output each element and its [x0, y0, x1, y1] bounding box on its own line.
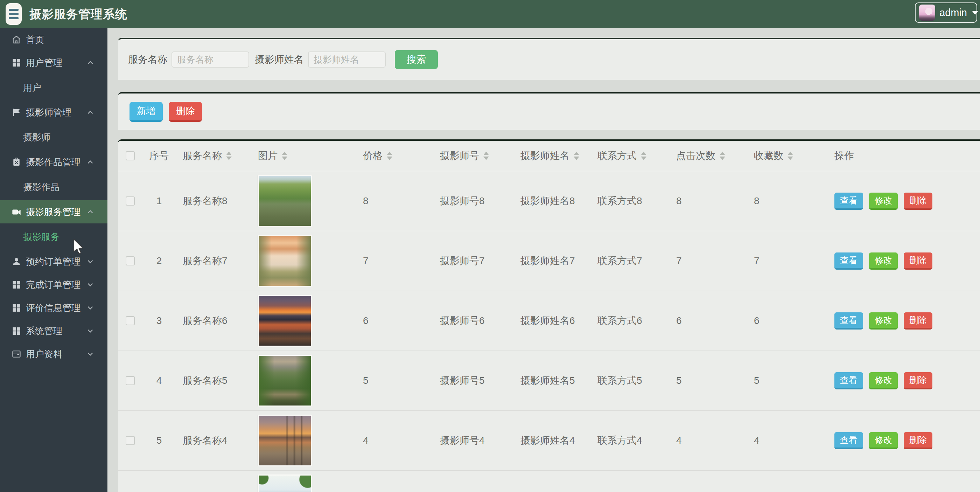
- edit-button[interactable]: 修改: [869, 193, 898, 210]
- sidebar-item-label: 用户资料: [26, 348, 62, 360]
- sidebar-item-service-mgmt[interactable]: 摄影服务管理: [0, 200, 107, 223]
- sort-icon[interactable]: [574, 151, 579, 160]
- sidebar-item-photographer-mgmt[interactable]: 摄影师管理: [0, 101, 107, 124]
- cell-photo: [251, 235, 356, 287]
- cell-clicks: 5: [669, 375, 747, 386]
- cell-pname: 摄影师姓名5: [514, 374, 590, 387]
- delete-button[interactable]: 删除: [904, 193, 932, 210]
- cell-pid: 摄影师号7: [433, 254, 514, 267]
- cell-pid: 摄影师号5: [433, 374, 514, 387]
- sort-asc-icon: [788, 151, 793, 155]
- cell-clicks: 4: [669, 435, 747, 446]
- edit-button[interactable]: 修改: [869, 312, 898, 330]
- chevron-down-icon: [86, 280, 95, 289]
- sort-icon[interactable]: [282, 151, 287, 160]
- view-button[interactable]: 查看: [834, 372, 863, 389]
- avatar: [919, 5, 935, 21]
- toolbar-panel: 新增 删除: [118, 92, 980, 130]
- column-header-label: 服务名称: [183, 149, 222, 162]
- delete-button[interactable]: 删除: [904, 253, 932, 270]
- cell-name: 服务名称7: [176, 254, 251, 267]
- edit-button[interactable]: 修改: [869, 372, 898, 389]
- table-row: 1服务名称88摄影师号8摄影师姓名8联系方式888查看修改删除: [118, 171, 980, 231]
- cell-pid: 摄影师号4: [433, 434, 514, 447]
- sidebar-item-user-profile[interactable]: 用户资料: [0, 342, 107, 366]
- sidebar-item-user-mgmt[interactable]: 用户管理: [0, 51, 107, 74]
- cell-actions: 查看修改删除: [827, 312, 980, 330]
- view-button[interactable]: 查看: [834, 432, 863, 449]
- sidebar-item-system-mgmt[interactable]: 系统管理: [0, 319, 107, 342]
- admin-dropdown[interactable]: admin: [915, 2, 977, 23]
- search-button[interactable]: 搜索: [395, 50, 438, 69]
- table-panel: 序号服务名称图片价格摄影师号摄影师姓名联系方式点击次数收藏数操作 1服务名称88…: [118, 139, 980, 492]
- admin-username: admin: [939, 7, 967, 19]
- cell-actions: 查看修改删除: [827, 253, 980, 270]
- sort-icon[interactable]: [788, 151, 793, 160]
- sidebar-subitem-services[interactable]: 摄影服务: [0, 223, 107, 250]
- delete-button[interactable]: 删除: [904, 372, 932, 389]
- sort-desc-icon: [720, 156, 725, 160]
- view-button[interactable]: 查看: [834, 193, 863, 210]
- search-panel: 服务名称 摄影师姓名 搜索: [118, 38, 980, 80]
- sidebar-subitem-users[interactable]: 用户: [0, 74, 107, 101]
- sunset-adobe-house-photo: [258, 235, 312, 287]
- sidebar-subitem-works[interactable]: 摄影作品: [0, 174, 107, 200]
- app-title: 摄影服务管理系统: [29, 0, 127, 28]
- delete-button[interactable]: 删除: [904, 312, 932, 330]
- sort-desc-icon: [282, 156, 287, 160]
- bulk-delete-button[interactable]: 删除: [169, 102, 202, 122]
- cell-photo: [251, 295, 356, 347]
- cell-photo: [251, 415, 356, 467]
- sort-icon[interactable]: [387, 151, 392, 160]
- cell-favs: 5: [747, 375, 827, 386]
- view-button[interactable]: 查看: [834, 312, 863, 330]
- edit-button[interactable]: 修改: [869, 253, 898, 270]
- hamburger-bar: [9, 9, 19, 11]
- photographer-name-input[interactable]: [308, 51, 386, 68]
- view-button[interactable]: 查看: [834, 253, 863, 270]
- sort-icon[interactable]: [641, 151, 646, 160]
- table-row: 2服务名称77摄影师号7摄影师姓名7联系方式777查看修改删除: [118, 231, 980, 291]
- chevron-down-icon: [86, 349, 95, 358]
- cell-pid: 摄影师号6: [433, 314, 514, 327]
- camera-icon: [11, 207, 22, 217]
- cell-photo: [251, 355, 356, 406]
- service-name-input[interactable]: [172, 51, 249, 68]
- sort-icon[interactable]: [226, 151, 232, 160]
- column-header-label: 点击次数: [676, 149, 715, 162]
- delete-button[interactable]: 删除: [904, 432, 932, 449]
- sort-asc-icon: [641, 151, 646, 155]
- sidebar-item-booking-order-mgmt[interactable]: 预约订单管理: [0, 250, 107, 273]
- row-checkbox[interactable]: [126, 316, 135, 325]
- cell-pname: 摄影师姓名8: [514, 194, 590, 208]
- cell-pid: 摄影师号8: [433, 194, 514, 208]
- row-checkbox[interactable]: [126, 376, 135, 385]
- row-checkbox[interactable]: [126, 256, 135, 266]
- row-checkbox[interactable]: [126, 436, 135, 445]
- hamburger-menu-button[interactable]: [6, 3, 22, 25]
- sidebar-item-finished-order-mgmt[interactable]: 完成订单管理: [0, 273, 107, 296]
- sort-desc-icon: [484, 156, 489, 160]
- clipboard-icon: [11, 157, 22, 167]
- sidebar-subitem-photographers[interactable]: 摄影师: [0, 124, 107, 151]
- sort-icon[interactable]: [484, 151, 489, 160]
- sidebar-item-review-info-mgmt[interactable]: 评价信息管理: [0, 296, 107, 319]
- sidebar-item-label: 首页: [26, 33, 44, 46]
- sort-icon[interactable]: [720, 151, 725, 160]
- edit-button[interactable]: 修改: [869, 432, 898, 449]
- select-all-checkbox[interactable]: [126, 151, 135, 160]
- boardwalk-reeds-photo: [258, 355, 312, 406]
- sort-desc-icon: [574, 156, 579, 160]
- cell-contact: 联系方式8: [590, 194, 669, 208]
- cell-favs: 7: [747, 255, 827, 266]
- sidebar-item-label: 用户管理: [26, 57, 62, 69]
- lake-willow-trees-photo: [258, 175, 312, 227]
- cell-pname: 摄影师姓名6: [514, 314, 590, 327]
- sidebar-item-works-mgmt[interactable]: 摄影作品管理: [0, 151, 107, 174]
- cell-check: [118, 376, 142, 385]
- hamburger-bar: [9, 13, 19, 15]
- cell-name: 服务名称6: [176, 314, 251, 327]
- sidebar-item-home[interactable]: 首页: [0, 28, 107, 51]
- add-button[interactable]: 新增: [129, 102, 163, 122]
- row-checkbox[interactable]: [126, 196, 135, 205]
